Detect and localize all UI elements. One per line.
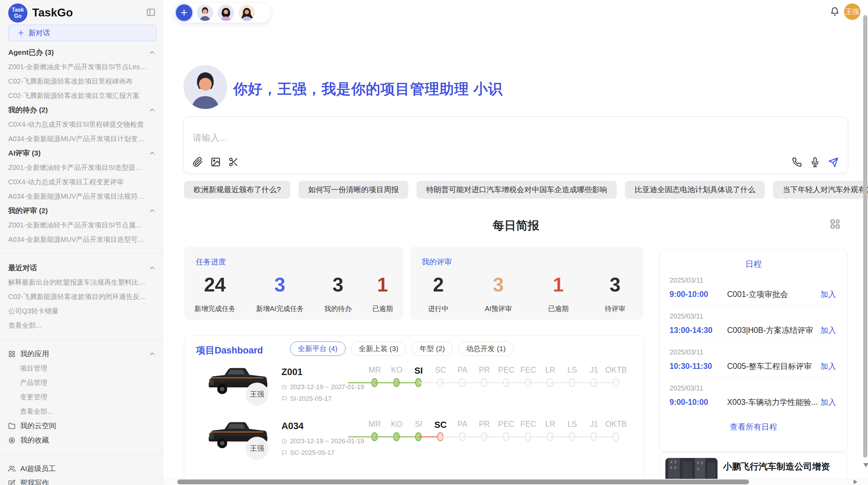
schedule-time: 10:30-11:30 [670, 362, 727, 371]
app-item-project-mgmt[interactable]: 项目管理 [0, 361, 163, 375]
schedule-date: 2025/03/11 [670, 341, 836, 356]
flag-icon [281, 396, 287, 402]
sidebar-item-cloud-space[interactable]: 我的云空间 [0, 419, 163, 433]
milestone-sc: SC [430, 365, 451, 390]
join-link[interactable]: 加入 [820, 361, 836, 372]
sidebar-item-ai-employee[interactable]: AI超级员工 [0, 461, 163, 476]
sidebar-item[interactable]: A034-全新新能源MUV产品开发项目计划变更表编写 [0, 132, 163, 146]
stat-overdue: 1已逾期 [372, 273, 393, 313]
apps-grid-icon [8, 350, 15, 358]
new-chat-label: 新对话 [28, 28, 50, 38]
recent-chat-item[interactable]: 公司Q3轻卡销量 [0, 304, 163, 318]
project-row-z001[interactable]: 王强 Z001 2023-12-19 ~ 2027-01-19 SI-2025-… [184, 363, 643, 418]
tab-model-year[interactable]: 年型 (2) [412, 341, 453, 356]
milestone-dot [613, 432, 619, 441]
horizontal-scrollbar-thumb[interactable] [177, 480, 749, 484]
add-session-button[interactable] [176, 4, 192, 21]
owner-avatar: 王强 [245, 383, 269, 406]
star-badge-icon [8, 437, 15, 444]
vertical-scrollbar-thumb[interactable] [863, 15, 867, 458]
suggestion-chip[interactable]: 当下年轻人对汽车外观有怎样的喜好趋势 [773, 181, 868, 199]
app-item-product-mgmt[interactable]: 产品管理 [0, 375, 163, 390]
attachment-icon[interactable] [193, 157, 203, 167]
scroll-down-arrow[interactable] [863, 463, 868, 467]
milestone-track: MRKOSISCPAPRPECFECLRLSJ1OKTB [364, 365, 627, 390]
project-dashboard-card: 项目Dashboard 全新平台 (4) 全新上装 (3) 年型 (2) 动总开… [184, 336, 644, 485]
view-all-schedule-link[interactable]: 查看所有日程 [660, 422, 847, 432]
suggestion-chip[interactable]: 欧洲新规最近颁布了什么? [184, 181, 290, 199]
new-chat-button[interactable]: 新对话 [8, 25, 156, 41]
section-my-apps[interactable]: 我的应用 [0, 347, 163, 361]
milestone-ls: LS [561, 365, 583, 390]
milestone-pa: PA [451, 365, 473, 390]
sidebar-item[interactable]: Z001-全新燃油轻卡产品开发项目SI节点属性5D文件评审 [0, 218, 163, 232]
section-my-todo[interactable]: 我的待办 (2) [0, 103, 163, 117]
session-avatar-3[interactable] [239, 4, 255, 21]
suggestion-chip[interactable]: 比亚迪全固态电池计划具体说了什么 [625, 181, 765, 199]
schedule-item: 2025/03/11 9:00-10:00 C001-立项审批会 加入 [670, 270, 836, 306]
recent-chat-item[interactable]: 解释最新出台的欧盟报废车法规再生塑料比例被调至15%... [0, 275, 163, 289]
schedule-time: 13:00-14:30 [670, 326, 727, 335]
milestone-ko: KO [386, 365, 408, 390]
edit-icon [8, 480, 15, 485]
recent-view-all[interactable]: 查看全部... [0, 318, 163, 333]
sidebar-item-help-write[interactable]: 帮我写作 [0, 476, 163, 485]
apps-view-all[interactable]: 查看全部... [0, 404, 163, 419]
schedule-name: X003-车辆动力学性能验... [727, 397, 820, 408]
sidebar-item[interactable]: C0X4-动力总成开发项目工程变更评审 [0, 175, 163, 189]
recent-chat-item[interactable]: C02-飞腾新能源轻客改款项目的闭环通告反馈情况 [0, 289, 163, 304]
sidebar-item[interactable]: C02-飞腾新能源轻客改款项目里程碑画布 [0, 74, 163, 88]
logo-text-top: Task [12, 7, 24, 13]
milestone-j1: J1 [583, 365, 605, 390]
milestone-fec: FEC [517, 420, 539, 444]
suggestion-chips: 欧洲新规最近颁布了什么? 如何写一份清晰的项目周报 特朗普可能对进口汽车增税会对… [184, 181, 868, 199]
sidebar-item[interactable]: A034-全新新能源MUV产品开发项目法规符合性评审 [0, 189, 163, 203]
tab-new-body[interactable]: 全新上装 (3) [351, 341, 407, 356]
user-avatar[interactable]: 王强 [844, 3, 860, 20]
send-icon[interactable] [828, 157, 838, 167]
project-code: A034 [281, 421, 304, 432]
dashboard-tabs: 全新平台 (4) 全新上装 (3) 年型 (2) 动总开发 (1) [290, 341, 514, 356]
suggestion-chip[interactable]: 如何写一份清晰的项目周报 [299, 181, 408, 199]
image-icon[interactable] [210, 157, 221, 167]
sidebar-item[interactable]: C0X4-动力总成开发项目SI里程碑提交物检查 [0, 117, 163, 132]
milestone-dot [613, 378, 619, 387]
session-avatar-2[interactable] [218, 4, 234, 21]
scissors-icon[interactable] [228, 157, 239, 167]
sidebar-item[interactable]: C02-飞腾新能源轻客改款项目立项汇报方案 [0, 88, 163, 103]
join-link[interactable]: 加入 [820, 289, 836, 300]
sidebar-item[interactable]: Z001-全新燃油轻卡产品开发项目SI造型提交物评审 [0, 160, 163, 175]
section-recent-chats[interactable]: 最近对话 [0, 261, 163, 275]
sidebar-collapse-icon[interactable] [146, 8, 156, 17]
tab-powertrain[interactable]: 动总开发 (1) [458, 341, 514, 356]
divider [0, 454, 163, 455]
chat-input[interactable] [193, 133, 707, 143]
card-title: 我的评审 [422, 257, 452, 267]
microphone-icon[interactable] [810, 157, 820, 167]
sidebar-item-favorites[interactable]: 我的收藏 [0, 433, 163, 447]
section-agent-done[interactable]: Agent已办 (3) [0, 45, 163, 60]
logo-text-bottom: Go [14, 13, 22, 19]
project-row-a034[interactable]: 王强 A034 2023-12-19 ~ 2026-01-19 SC-2025-… [184, 418, 643, 472]
section-ai-review[interactable]: AI评审 (3) [0, 146, 163, 160]
app-title: TaskGo [32, 6, 73, 19]
phone-icon[interactable] [792, 157, 802, 167]
app-item-change-mgmt[interactable]: 变更管理 [0, 390, 163, 404]
chevron-up-icon [148, 264, 156, 272]
scroll-right-arrow[interactable] [854, 480, 857, 484]
sidebar-item[interactable]: A034-全新新能源MUV产品开发项目造型可行性评审 [0, 232, 163, 247]
section-my-review[interactable]: 我的评审 (2) [0, 203, 163, 218]
project-code: Z001 [281, 367, 303, 377]
chat-input-card [183, 116, 848, 174]
notification-bell-icon[interactable] [830, 7, 840, 16]
folder-icon [8, 422, 15, 430]
schedule-time: 9:00-10:00 [670, 398, 727, 407]
layout-grid-icon[interactable] [830, 219, 841, 229]
suggestion-chip[interactable]: 特朗普可能对进口汽车增税会对中国车企造成哪些影响 [417, 181, 617, 199]
join-link[interactable]: 加入 [820, 325, 836, 336]
sidebar-item[interactable]: Z001-全新燃油皮卡产品开发项目SI节点Lesson Learn报告 [0, 60, 163, 74]
session-avatar-1[interactable] [197, 4, 213, 21]
milestone-oktb: OKTB [605, 365, 627, 390]
join-link[interactable]: 加入 [820, 397, 836, 408]
tab-new-platform[interactable]: 全新平台 (4) [290, 341, 346, 356]
